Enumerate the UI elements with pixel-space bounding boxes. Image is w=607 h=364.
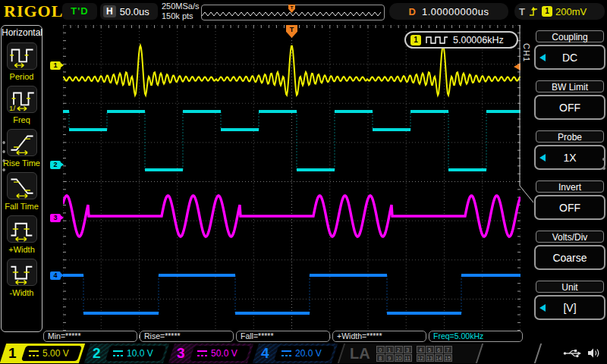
- menu-page-dot: [2, 141, 5, 144]
- digital-ch: 11: [404, 354, 412, 362]
- menu-value-bw-limit[interactable]: OFF: [534, 95, 605, 120]
- rigol-logo: RIGOL: [4, 2, 63, 21]
- channel3-number: 3: [177, 345, 185, 362]
- delay-value: 1.00000000us: [422, 6, 489, 17]
- measurement-bar: Min=***** Rise=***** Fall=***** +Width=*…: [43, 331, 523, 342]
- oscilloscope-screen: RIGOL T'D H 50.0us 250MSa/s 150k pts T D…: [0, 0, 607, 364]
- menu-page-dot: [602, 158, 605, 161]
- waveform-overview-strip[interactable]: T: [201, 5, 385, 20]
- channel4-block[interactable]: 4 20.0 V: [253, 344, 338, 363]
- waveform-display-area[interactable]: T: [63, 25, 521, 338]
- h-label: H: [103, 5, 116, 17]
- dc-coupling-icon: [29, 350, 39, 356]
- digital-ch: 6: [435, 346, 443, 353]
- menu-value-volts-div[interactable]: Coarse: [534, 245, 605, 270]
- channel2-block[interactable]: 2 10.0 V: [84, 344, 169, 363]
- measurement-fall[interactable]: Fall=*****: [236, 331, 330, 342]
- speaker-icon: [587, 347, 601, 359]
- menu-label-bw-limit: BW Limit: [536, 80, 604, 93]
- dc-coupling-icon: [281, 350, 291, 356]
- measurement-min[interactable]: Min=*****: [43, 331, 137, 342]
- period-icon: [7, 42, 37, 70]
- digital-ch: 14: [435, 354, 443, 362]
- digital-ch: 12: [417, 354, 425, 362]
- left-menu-panel: Horizontal Period 1/ Freq: [1, 25, 42, 332]
- usb-icon: [563, 348, 583, 359]
- menu-page-dot: [2, 150, 5, 153]
- menu-value-unit[interactable]: [V]: [534, 295, 605, 320]
- digital-ch: 7: [444, 346, 452, 353]
- channel4-scale: 20.0 V: [295, 348, 322, 359]
- invert-value: OFF: [559, 202, 580, 214]
- menu-item-pwidth[interactable]: +Width: [2, 215, 42, 254]
- menu-item-label: Rise Time: [2, 158, 42, 168]
- la-label: LA: [350, 345, 370, 362]
- memory-depth: 150k pts: [162, 11, 200, 21]
- ch3-zero-marker[interactable]: 3: [50, 214, 61, 222]
- bw-limit-value: OFF: [559, 102, 580, 114]
- waveform-plot: [63, 25, 521, 338]
- frequency-counter-badge: 1 5.00006kHz: [404, 31, 518, 49]
- menu-item-nwidth[interactable]: -Width: [2, 259, 42, 297]
- trigger-settings-box[interactable]: T 1 200mV: [514, 3, 605, 20]
- digital-ch: 13: [426, 354, 434, 362]
- menu-item-freq[interactable]: 1/ Freq: [2, 86, 42, 124]
- bottom-bar-separator: [534, 344, 542, 363]
- channel3-block[interactable]: 3 50.0 V: [168, 344, 253, 363]
- menu-label-invert: Invert: [536, 180, 604, 193]
- nwidth-icon: [7, 259, 37, 286]
- menu-item-fall-time[interactable]: Fall Time: [2, 172, 42, 211]
- ch1-zero-marker[interactable]: 1: [50, 61, 61, 70]
- menu-value-probe[interactable]: 1X: [534, 145, 605, 170]
- ch2-zero-label: 2: [53, 161, 57, 168]
- digital-ch: 9: [385, 354, 394, 362]
- digital-ch: 10: [395, 354, 403, 362]
- menu-item-label: Period: [2, 72, 42, 81]
- trigger-level-value: 200mV: [555, 6, 587, 17]
- trigger-status-badge: T'D: [62, 3, 97, 20]
- menu-item-label: Fall Time: [2, 202, 42, 211]
- measurement-rise[interactable]: Rise=*****: [140, 331, 234, 342]
- coupling-value: DC: [562, 52, 577, 64]
- digital-ch: 3: [404, 346, 412, 353]
- channel1-block[interactable]: 1 5.00 V: [0, 344, 85, 363]
- ch4-zero-marker[interactable]: 4: [50, 271, 61, 280]
- menu-item-rise-time[interactable]: Rise Time: [2, 129, 42, 168]
- trigger-source-badge: 1: [542, 6, 552, 17]
- delay-box[interactable]: D 1.00000000us: [389, 3, 508, 20]
- logic-analyzer-block[interactable]: LA 0 1 2 3 4 5 6 7 8 9 10 11 12: [338, 344, 483, 363]
- menu-page-dot: [2, 168, 5, 171]
- freq-icon: 1/: [7, 86, 37, 113]
- ch1-zero-label: 1: [53, 61, 57, 69]
- digital-ch: 1: [385, 346, 394, 353]
- menu-item-label: -Width: [2, 288, 42, 297]
- rise-time-icon: [7, 129, 37, 156]
- left-menu-title: Horizontal: [2, 27, 42, 38]
- menu-value-invert[interactable]: OFF: [534, 195, 605, 220]
- ch2-zero-marker[interactable]: 2: [50, 161, 61, 169]
- channel3-scale: 50.0 V: [211, 348, 237, 359]
- menu-page-dot: [2, 159, 5, 162]
- timebase-value: 50.0us: [120, 6, 149, 17]
- counter-source-badge: 1: [410, 35, 421, 46]
- channel1-scale: 5.00 V: [42, 348, 69, 359]
- channel4-number: 4: [261, 345, 269, 362]
- rising-edge-icon: [528, 5, 539, 17]
- measurement-pwidth[interactable]: +Width=*****: [332, 331, 426, 342]
- menu-item-label: Freq: [2, 115, 42, 124]
- left-arrow-icon: [539, 304, 546, 312]
- digital-ch: 15: [444, 354, 452, 362]
- measurement-freq[interactable]: Freq=5.00kHz: [429, 331, 523, 342]
- menu-item-label: +Width: [2, 245, 42, 254]
- dc-coupling-icon: [113, 350, 123, 356]
- trigger-label: T: [519, 6, 525, 17]
- delay-label: D: [409, 6, 416, 17]
- menu-value-coupling[interactable]: DC: [534, 45, 605, 70]
- ch4-zero-label: 4: [53, 271, 57, 279]
- channel-tab-label: CH1: [522, 43, 531, 62]
- channel1-number: 1: [8, 345, 17, 362]
- digital-ch: 2: [395, 346, 403, 353]
- menu-item-period[interactable]: Period: [2, 42, 42, 81]
- volts-div-value: Coarse: [552, 252, 587, 264]
- timebase-box[interactable]: H 50.0us: [100, 3, 158, 20]
